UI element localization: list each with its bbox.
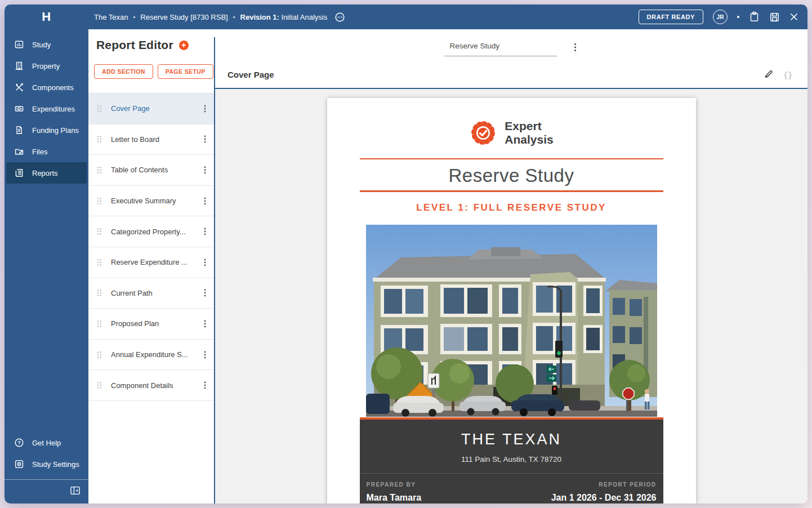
section-label: Executive Summary: [111, 197, 202, 205]
sidebar-item-property[interactable]: Property: [5, 55, 88, 77]
document-dollar-icon: $: [14, 125, 24, 135]
chart-icon: [14, 39, 24, 50]
drag-handle-icon[interactable]: [96, 289, 102, 297]
draft-ready-button[interactable]: DRAFT READY: [639, 10, 703, 24]
breadcrumb-separator: •: [233, 14, 235, 20]
breadcrumb-study[interactable]: Reserve Study [8730 RSB]: [140, 13, 227, 21]
topbar-actions: DRAFT READY JR: [639, 10, 798, 24]
drag-handle-icon[interactable]: [96, 381, 102, 389]
drag-handle-icon[interactable]: [96, 166, 102, 174]
kebab-menu-icon[interactable]: [202, 318, 208, 330]
sidebar-item-study-settings[interactable]: Study Settings: [5, 453, 88, 475]
orange-rule: [360, 190, 663, 192]
avatar[interactable]: JR: [713, 10, 728, 24]
section-row[interactable]: Reserve Expenditure ...: [88, 247, 214, 278]
drag-handle-icon[interactable]: [96, 259, 102, 266]
code-icon[interactable]: {}: [784, 70, 793, 79]
sidebar-item-expenditures[interactable]: Expenditures: [5, 98, 88, 119]
logo-text-line1: Expert: [505, 119, 553, 133]
kebab-menu-icon[interactable]: [202, 164, 208, 176]
app-window: H The Texan • Reserve Study [8730 RSB] •…: [5, 5, 807, 503]
report-period-value: Jan 1 2026 - Dec 31 2026: [551, 493, 657, 503]
section-row[interactable]: Letter to Board: [88, 124, 214, 155]
section-label: Annual Expenditure S...: [111, 350, 202, 359]
section-row[interactable]: Component Details: [88, 370, 214, 401]
kebab-menu-icon[interactable]: [202, 225, 208, 238]
kebab-menu-icon[interactable]: [202, 195, 208, 207]
logo-text-line2: Analysis: [505, 133, 553, 146]
building-photo: [366, 225, 657, 417]
report-editor-panel: Report Editor + ADD SECTION PAGE SETUP: [88, 29, 214, 503]
kebab-menu-icon[interactable]: [202, 133, 208, 145]
section-row[interactable]: Proposed Plan: [88, 309, 214, 340]
drag-handle-icon[interactable]: [96, 228, 102, 235]
edit-pencil-icon[interactable]: [764, 69, 774, 79]
section-row[interactable]: Table of Contents: [88, 155, 214, 186]
document-subtitle: LEVEL 1: FULL RESERVE STUDY: [416, 202, 606, 213]
drag-handle-icon[interactable]: [96, 135, 102, 143]
save-icon[interactable]: [769, 12, 780, 23]
folder-icon: [14, 146, 24, 157]
collapse-sidebar-icon[interactable]: [70, 485, 81, 496]
seal-check-icon: [469, 119, 497, 147]
page-preview[interactable]: Expert Analysis Reserve Study LEVEL 1: F…: [215, 89, 807, 503]
sidebar-footer: ? Get Help Study Settings: [5, 432, 88, 503]
section-row[interactable]: Annual Expenditure S...: [88, 340, 214, 371]
more-options-circle-icon[interactable]: [334, 12, 345, 23]
kebab-menu-icon[interactable]: [202, 349, 208, 361]
add-report-icon[interactable]: +: [179, 41, 189, 50]
clipboard-icon[interactable]: [749, 11, 760, 23]
property-name: THE TEXAN: [360, 431, 663, 448]
status-dot: [737, 16, 739, 18]
section-row[interactable]: Categorized Property...: [88, 216, 214, 247]
section-label: Current Path: [111, 289, 202, 297]
company-logo: Expert Analysis: [469, 116, 553, 150]
section-label: Component Details: [111, 381, 202, 390]
drag-handle-icon[interactable]: [96, 320, 102, 328]
prepared-by-value: Mara Tamara: [367, 493, 422, 503]
section-label: Cover Page: [111, 104, 202, 113]
report-icon: [14, 168, 24, 178]
svg-text:$: $: [18, 128, 20, 133]
sidebar-item-files[interactable]: Files: [5, 141, 88, 162]
add-section-button[interactable]: ADD SECTION: [94, 64, 153, 79]
top-bar: H The Texan • Reserve Study [8730 RSB] •…: [5, 5, 807, 29]
section-label: Table of Contents: [111, 166, 202, 174]
sidebar-item-get-help[interactable]: ? Get Help: [5, 432, 88, 453]
page-setup-button[interactable]: PAGE SETUP: [158, 64, 213, 79]
svg-text:?: ?: [17, 440, 20, 445]
building-icon: [14, 61, 24, 71]
report-select[interactable]: Reserve Study: [444, 42, 557, 56]
kebab-menu-icon[interactable]: [202, 287, 208, 299]
breadcrumb: The Texan • Reserve Study [8730 RSB] • R…: [94, 12, 345, 23]
section-row[interactable]: Current Path: [88, 278, 214, 309]
drag-handle-icon[interactable]: [96, 197, 102, 205]
kebab-menu-icon[interactable]: [202, 103, 208, 115]
breadcrumb-separator: •: [133, 14, 135, 20]
report-kebab-menu-icon[interactable]: [572, 42, 579, 54]
section-row[interactable]: Executive Summary: [88, 186, 214, 217]
section-row[interactable]: Cover Page: [88, 93, 214, 124]
sidebar: Study Property Components Expenditures $…: [5, 29, 88, 503]
app-logo-letter: H: [42, 10, 51, 24]
sidebar-item-funding-plans[interactable]: $ Funding Plans: [5, 119, 88, 141]
kebab-menu-icon[interactable]: [202, 379, 208, 391]
help-icon: ?: [14, 438, 24, 448]
app-logo[interactable]: H: [5, 10, 88, 24]
kebab-menu-icon[interactable]: [202, 256, 208, 269]
property-band: THE TEXAN 111 Pain St, Austin, TX 78720 …: [360, 420, 663, 503]
panel-title: Report Editor: [96, 38, 173, 52]
breadcrumb-revision[interactable]: Revision 1: Initial Analysis: [240, 13, 328, 21]
report-period-label: REPORT PERIOD: [551, 482, 657, 488]
report-sections-list: Cover Page Letter to Board: [88, 93, 214, 401]
document-title: Reserve Study: [449, 165, 574, 186]
drag-handle-icon[interactable]: [96, 105, 102, 113]
drag-handle-icon[interactable]: [96, 351, 102, 359]
property-address: 111 Pain St, Austin, TX 78720: [360, 455, 663, 464]
sidebar-item-study[interactable]: Study: [5, 34, 88, 55]
close-icon[interactable]: [789, 12, 798, 21]
breadcrumb-property[interactable]: The Texan: [94, 13, 128, 21]
sidebar-item-components[interactable]: Components: [5, 77, 88, 98]
settings-icon: [14, 459, 24, 469]
sidebar-item-reports[interactable]: Reports: [6, 162, 87, 184]
